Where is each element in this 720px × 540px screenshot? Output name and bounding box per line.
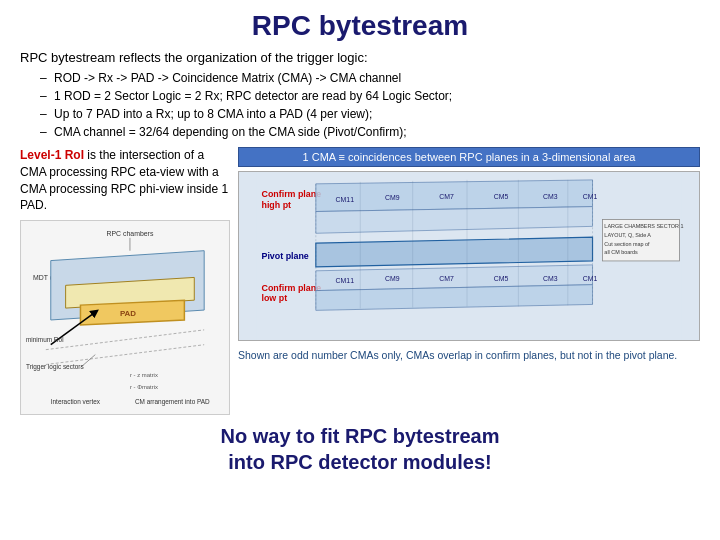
svg-text:r - Φmatrix: r - Φmatrix	[130, 384, 158, 390]
svg-text:Confirm plane: Confirm plane	[261, 189, 321, 199]
cma-header: 1 CMA ≡ coincidences between RPC planes …	[238, 147, 700, 167]
svg-text:LAYOUT, Q, Side A: LAYOUT, Q, Side A	[604, 232, 651, 238]
svg-text:CM5: CM5	[494, 193, 509, 200]
svg-text:LARGE CHAMBERS SECTOR 1: LARGE CHAMBERS SECTOR 1	[604, 223, 683, 229]
svg-text:CM1: CM1	[583, 193, 598, 200]
bullet-item: ROD -> Rx -> PAD -> Coincidence Matrix (…	[40, 69, 700, 87]
svg-text:CM3: CM3	[543, 275, 558, 282]
bullet-list: ROD -> Rx -> PAD -> Coincidence Matrix (…	[40, 69, 700, 141]
svg-text:Interaction vertex: Interaction vertex	[51, 398, 101, 405]
svg-text:r - z matrix: r - z matrix	[130, 373, 158, 379]
cma-diagram: Confirm plane high pt CM11 CM9 CM7 CM5 C…	[238, 171, 700, 341]
intro-text: RPC bytestream reflects the organization…	[20, 50, 700, 65]
svg-text:PAD: PAD	[120, 309, 136, 318]
rpc-diagram: RPC chambers MDT chambers PAD	[21, 221, 229, 414]
svg-text:CM arrangement into PAD: CM arrangement into PAD	[135, 398, 210, 406]
bottom-line2: into RPC detector modules!	[228, 451, 491, 473]
svg-text:CM11: CM11	[336, 196, 355, 203]
svg-text:Trigger logic sectors: Trigger logic sectors	[26, 364, 84, 372]
svg-text:high pt: high pt	[261, 200, 291, 210]
svg-text:CM11: CM11	[336, 277, 355, 284]
right-panel: 1 CMA ≡ coincidences between RPC planes …	[238, 147, 700, 415]
svg-text:all CM boards: all CM boards	[604, 249, 638, 255]
svg-text:CM9: CM9	[385, 275, 400, 282]
svg-text:CM3: CM3	[543, 193, 558, 200]
svg-text:Confirm plane: Confirm plane	[261, 283, 321, 293]
svg-text:CM7: CM7	[439, 275, 454, 282]
bottom-text: No way to fit RPC bytestream into RPC de…	[20, 423, 700, 475]
svg-text:CM9: CM9	[385, 194, 400, 201]
svg-text:RPC chambers: RPC chambers	[107, 230, 154, 237]
svg-text:Cut section map of: Cut section map of	[604, 241, 650, 247]
bullet-item: Up to 7 PAD into a Rx; up to 8 CMA into …	[40, 105, 700, 123]
svg-text:CM1: CM1	[583, 275, 598, 282]
left-description: Level-1 RoI is the intersection of a CMA…	[20, 147, 230, 214]
svg-text:Pivot plane: Pivot plane	[261, 251, 308, 261]
svg-marker-31	[316, 237, 593, 267]
main-content: Level-1 RoI is the intersection of a CMA…	[20, 147, 700, 415]
page-title: RPC bytestream	[20, 10, 700, 42]
svg-text:minimum RoI: minimum RoI	[26, 336, 64, 343]
bullet-item: 1 ROD = 2 Sector Logic = 2 Rx; RPC detec…	[40, 87, 700, 105]
svg-text:low pt: low pt	[261, 293, 287, 303]
bottom-line1: No way to fit RPC bytestream	[221, 425, 500, 447]
bullet-item: CMA channel = 32/64 depending on the CMA…	[40, 123, 700, 141]
roi-label: Level-1 RoI	[20, 148, 84, 162]
left-panel: Level-1 RoI is the intersection of a CMA…	[20, 147, 230, 415]
svg-text:CM5: CM5	[494, 275, 509, 282]
svg-text:CM7: CM7	[439, 193, 454, 200]
cma-svg: Confirm plane high pt CM11 CM9 CM7 CM5 C…	[239, 172, 699, 340]
shown-text: Shown are odd number CMAs only, CMAs ove…	[238, 348, 700, 363]
diagram-container: RPC chambers MDT chambers PAD	[20, 220, 230, 415]
